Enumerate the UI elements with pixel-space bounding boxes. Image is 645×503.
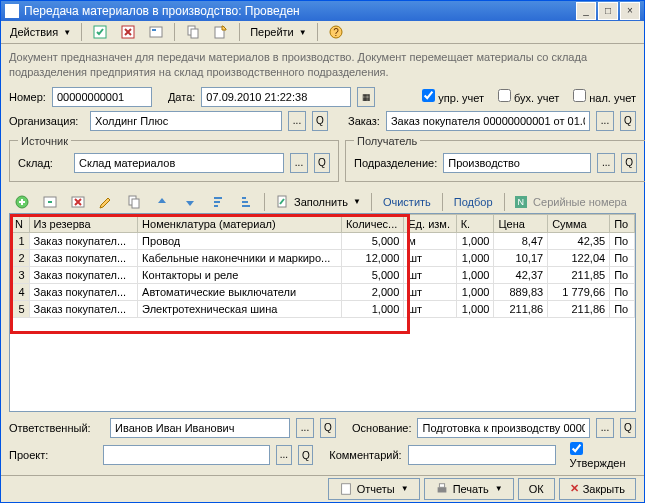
reports-button[interactable]: Отчеты▼ (328, 478, 420, 500)
comment-input[interactable] (408, 445, 556, 465)
nal-checkbox[interactable]: нал. учет (573, 89, 636, 104)
order-input[interactable] (386, 111, 590, 131)
upr-checkbox[interactable]: упр. учет (422, 89, 484, 104)
row-copy-icon[interactable] (121, 191, 147, 213)
dept-label: Подразделение: (354, 157, 437, 169)
source-group: Источник Склад: ... Q (9, 135, 339, 182)
pick-button[interactable]: Подбор (448, 193, 499, 211)
print-button[interactable]: Печать▼ (424, 478, 514, 500)
tb-icon-2[interactable] (115, 21, 141, 43)
serials-button[interactable]: NСерийные номера (510, 193, 632, 211)
resp-label: Ответственный: (9, 422, 104, 434)
help-button[interactable]: ? (323, 21, 349, 43)
tb-icon-5[interactable] (208, 21, 234, 43)
resp-input[interactable] (110, 418, 290, 438)
warehouse-input[interactable] (74, 153, 284, 173)
dept-input[interactable] (443, 153, 591, 173)
order-lookup-button[interactable]: Q (620, 111, 636, 131)
project-input[interactable] (103, 445, 270, 465)
table-row[interactable]: 1Заказ покупател...Провод5,000м1,0008,47… (11, 233, 635, 250)
row-sort-icon[interactable] (205, 191, 231, 213)
number-label: Номер: (9, 91, 46, 103)
tb-icon-1[interactable] (87, 21, 113, 43)
org-label: Организация: (9, 115, 84, 127)
row-down-icon[interactable] (177, 191, 203, 213)
col-price[interactable]: Цена (494, 215, 548, 233)
col-reserve[interactable]: Из резерва (29, 215, 138, 233)
project-select-button[interactable]: ... (276, 445, 293, 465)
base-select-button[interactable]: ... (596, 418, 614, 438)
clear-button[interactable]: Очистить (377, 193, 437, 211)
row-add-icon[interactable] (9, 191, 35, 213)
actions-menu[interactable]: Действия▼ (5, 23, 76, 41)
table-row[interactable]: 2Заказ покупател...Кабельные наконечники… (11, 250, 635, 267)
row-del-icon[interactable] (65, 191, 91, 213)
col-po[interactable]: По (610, 215, 635, 233)
row-edit-icon[interactable] (93, 191, 119, 213)
col-n[interactable]: N (11, 215, 30, 233)
fill-menu[interactable]: Заполнить▼ (270, 191, 366, 213)
order-select-button[interactable]: ... (596, 111, 614, 131)
resp-lookup-button[interactable]: Q (320, 418, 336, 438)
dest-legend: Получатель (354, 135, 420, 147)
dest-group: Получатель Подразделение: ... Q (345, 135, 645, 182)
base-lookup-button[interactable]: Q (620, 418, 636, 438)
grid-toolbar: Заполнить▼ Очистить Подбор NСерийные ном… (1, 190, 644, 213)
source-legend: Источник (18, 135, 71, 147)
close-window-button[interactable]: ✕Закрыть (559, 478, 636, 500)
approved-checkbox[interactable]: Утвержден (570, 442, 636, 469)
dept-select-button[interactable]: ... (597, 153, 615, 173)
warehouse-select-button[interactable]: ... (290, 153, 308, 173)
minimize-button[interactable]: _ (576, 2, 596, 20)
row-sort2-icon[interactable] (233, 191, 259, 213)
warehouse-label: Склад: (18, 157, 68, 169)
svg-rect-13 (132, 199, 139, 208)
row-insert-icon[interactable] (37, 191, 63, 213)
goto-menu[interactable]: Перейти▼ (245, 23, 312, 41)
doc-description: Документ предназначен для передачи матер… (1, 44, 644, 85)
col-k[interactable]: К. (456, 215, 494, 233)
buh-checkbox[interactable]: бух. учет (498, 89, 559, 104)
svg-text:?: ? (333, 27, 339, 38)
materials-grid[interactable]: N Из резерва Номенклатура (материал) Кол… (9, 213, 636, 411)
svg-rect-3 (152, 29, 156, 31)
order-label: Заказ: (348, 115, 380, 127)
resp-select-button[interactable]: ... (296, 418, 314, 438)
close-button[interactable]: × (620, 2, 640, 20)
bottom-toolbar: Отчеты▼ Печать▼ ОК ✕Закрыть (1, 475, 644, 502)
table-row[interactable]: 4Заказ покупател...Автоматические выключ… (11, 284, 635, 301)
calendar-icon[interactable]: ▦ (357, 87, 375, 107)
date-label: Дата: (168, 91, 195, 103)
number-input[interactable] (52, 87, 152, 107)
base-label: Основание: (352, 422, 411, 434)
maximize-button[interactable]: □ (598, 2, 618, 20)
base-input[interactable] (417, 418, 590, 438)
date-input[interactable] (201, 87, 351, 107)
project-lookup-button[interactable]: Q (298, 445, 313, 465)
org-input[interactable] (90, 111, 282, 131)
warehouse-lookup-button[interactable]: Q (314, 153, 330, 173)
tb-icon-4[interactable] (180, 21, 206, 43)
main-toolbar: Действия▼ Перейти▼ ? (1, 21, 644, 45)
org-lookup-button[interactable]: Q (312, 111, 328, 131)
svg-rect-2 (150, 27, 162, 37)
col-qty[interactable]: Количес... (341, 215, 403, 233)
org-select-button[interactable]: ... (288, 111, 306, 131)
comment-label: Комментарий: (329, 449, 401, 461)
app-window: Передача материалов в производство: Пров… (0, 0, 645, 503)
dept-lookup-button[interactable]: Q (621, 153, 637, 173)
svg-rect-5 (191, 29, 198, 38)
window-title: Передача материалов в производство: Пров… (24, 4, 300, 18)
app-icon (5, 4, 19, 18)
table-row[interactable]: 3Заказ покупател...Контакторы и реле5,00… (11, 267, 635, 284)
tb-icon-3[interactable] (143, 21, 169, 43)
svg-rect-16 (437, 487, 446, 492)
titlebar[interactable]: Передача материалов в производство: Пров… (1, 1, 644, 21)
svg-rect-15 (341, 484, 350, 495)
col-nomenclature[interactable]: Номенклатура (материал) (138, 215, 342, 233)
table-row[interactable]: 5Заказ покупател...Электротехническая ши… (11, 301, 635, 318)
row-up-icon[interactable] (149, 191, 175, 213)
col-unit[interactable]: Ед. изм. (404, 215, 456, 233)
col-sum[interactable]: Сумма (548, 215, 610, 233)
ok-button[interactable]: ОК (518, 478, 555, 500)
